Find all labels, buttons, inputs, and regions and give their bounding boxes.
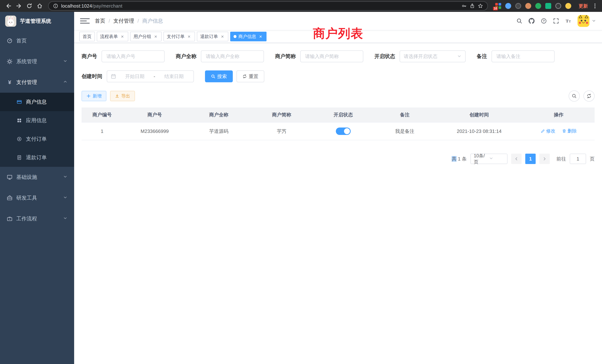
github-icon[interactable] xyxy=(529,18,535,24)
logo: 芋道管理系统 xyxy=(0,12,74,30)
remark-input[interactable] xyxy=(492,50,555,62)
page-unit: 页 xyxy=(590,156,595,162)
grid-icon xyxy=(16,118,22,123)
breadcrumb-item[interactable]: 首页 xyxy=(95,17,105,24)
sidebar-item-label: 商户信息 xyxy=(26,98,47,106)
prev-page-button[interactable] xyxy=(511,154,522,164)
refresh-icon[interactable] xyxy=(583,90,595,102)
add-button[interactable]: 新增 xyxy=(82,91,106,101)
close-icon[interactable]: × xyxy=(120,34,125,39)
browser-update-button[interactable]: 更新 xyxy=(576,3,591,9)
sidebar-item-system[interactable]: 系统管理 xyxy=(0,51,74,72)
search-icon[interactable] xyxy=(516,18,522,24)
fullscreen-icon[interactable] xyxy=(553,18,559,24)
page-size-select[interactable]: 10条/页 xyxy=(470,154,507,164)
bookmark-star-icon[interactable] xyxy=(478,3,483,9)
col-header: 商户号 xyxy=(122,107,187,122)
status-toggle[interactable] xyxy=(336,128,351,135)
sidebar-item-label: 退款订单 xyxy=(26,154,47,161)
sidebar-item-infra[interactable]: 基础设施 xyxy=(0,167,74,188)
col-header: 创建时间 xyxy=(436,107,523,122)
close-icon[interactable]: × xyxy=(186,34,192,39)
extension-icon[interactable] xyxy=(565,3,571,9)
merchant-no-input[interactable] xyxy=(102,50,165,62)
tab-process-form[interactable]: 流程表单× xyxy=(97,32,128,41)
next-page-button[interactable] xyxy=(539,154,550,164)
toggle-search-icon[interactable] xyxy=(569,90,580,102)
calendar-icon xyxy=(111,74,116,79)
sidebar-item-app-info[interactable]: 应用信息 xyxy=(0,111,74,130)
url-text: localhost:1024/pay/merchant xyxy=(61,3,459,9)
close-icon[interactable]: × xyxy=(153,34,158,39)
tab-refund-orders[interactable]: 退款订单× xyxy=(197,32,228,41)
search-button[interactable]: 搜索 xyxy=(205,70,233,82)
goto-page-input[interactable] xyxy=(570,154,586,164)
logo-avatar xyxy=(5,16,16,27)
share-icon[interactable] xyxy=(470,3,475,9)
cell-short-name: 芋艿 xyxy=(251,122,312,140)
home-icon[interactable] xyxy=(35,1,44,11)
passwords-key-icon[interactable] xyxy=(462,3,467,9)
full-name-label: 商户全称 xyxy=(176,53,196,60)
sidebar-item-workflow[interactable]: 工作流程 xyxy=(0,208,74,229)
extension-icon[interactable] xyxy=(555,3,561,9)
pagination: 共 1 条 10条/页 1 前往 xyxy=(82,154,595,164)
chevron-down-icon xyxy=(489,156,504,162)
site-info-icon[interactable] xyxy=(53,3,58,9)
extension-icon[interactable] xyxy=(525,3,531,9)
close-icon[interactable]: × xyxy=(220,34,225,39)
extension-icon[interactable]: 10 xyxy=(495,3,501,9)
avatar xyxy=(578,15,589,27)
tab-pay-orders[interactable]: 支付订单× xyxy=(163,32,195,41)
reload-icon[interactable] xyxy=(24,1,34,11)
cell-id: 1 xyxy=(82,122,122,140)
tab-merchant-info[interactable]: 商户信息× xyxy=(230,32,267,41)
document-icon xyxy=(16,155,22,160)
help-icon[interactable]: ? xyxy=(541,18,547,24)
page-number-button[interactable]: 1 xyxy=(525,154,536,164)
sidebar-item-dev-tools[interactable]: 研发工具 xyxy=(0,188,74,208)
sidebar-item-pay-orders[interactable]: 支付订单 xyxy=(0,130,74,148)
tab-home[interactable]: 首页 xyxy=(79,32,95,41)
chevron-down-icon xyxy=(63,195,67,201)
chevron-down-icon xyxy=(63,174,67,180)
extension-icon[interactable] xyxy=(535,3,541,9)
extension-icon[interactable] xyxy=(545,3,551,9)
address-bar[interactable]: localhost:1024/pay/merchant xyxy=(48,1,488,11)
extension-icon[interactable] xyxy=(505,3,511,9)
app-title: 芋道管理系统 xyxy=(20,18,51,25)
sidebar-item-payment[interactable]: ¥ 支付管理 xyxy=(0,72,74,93)
full-name-input[interactable] xyxy=(201,50,264,62)
sidebar-item-merchant-info[interactable]: 商户信息 xyxy=(0,93,74,111)
browser-menu-icon[interactable] xyxy=(592,3,598,9)
yen-icon: ¥ xyxy=(7,79,13,86)
sidebar-item-refund-orders[interactable]: 退款订单 xyxy=(0,148,74,167)
tab-user-group[interactable]: 用户分组× xyxy=(130,32,162,41)
sidebar-item-home[interactable]: 首页 xyxy=(0,30,74,51)
font-size-icon[interactable]: TT xyxy=(565,18,571,24)
edit-button[interactable]: 修改 xyxy=(541,128,556,134)
sidebar-item-label: 系统管理 xyxy=(16,58,37,65)
delete-button[interactable]: 删除 xyxy=(562,128,577,134)
target-icon xyxy=(16,136,22,142)
extension-icon[interactable] xyxy=(515,3,521,9)
monitor-icon xyxy=(7,174,13,180)
status-select[interactable]: 请选择开启状态 xyxy=(400,50,466,62)
back-icon[interactable] xyxy=(4,1,13,11)
user-menu[interactable] xyxy=(578,15,596,27)
breadcrumb-item[interactable]: 支付管理 xyxy=(113,17,134,24)
forward-icon[interactable] xyxy=(14,1,24,11)
merchant-no-label: 商户号 xyxy=(82,53,97,60)
top-navbar: 首页 / 支付管理 / 商户信息 ? xyxy=(74,12,602,30)
chevron-down-icon xyxy=(592,18,596,24)
close-icon[interactable]: × xyxy=(258,34,263,39)
reset-button[interactable]: 重置 xyxy=(236,70,264,82)
sidebar-toggle-icon[interactable] xyxy=(80,18,90,23)
sidebar-item-label: 应用信息 xyxy=(26,117,47,124)
create-time-range-picker[interactable]: 开始日期 - 结束日期 xyxy=(107,70,194,82)
breadcrumb: 首页 / 支付管理 / 商户信息 xyxy=(95,17,163,24)
short-name-label: 商户简称 xyxy=(275,53,296,60)
card-icon xyxy=(16,99,22,105)
export-button[interactable]: 导出 xyxy=(110,91,135,101)
short-name-input[interactable] xyxy=(300,50,363,62)
